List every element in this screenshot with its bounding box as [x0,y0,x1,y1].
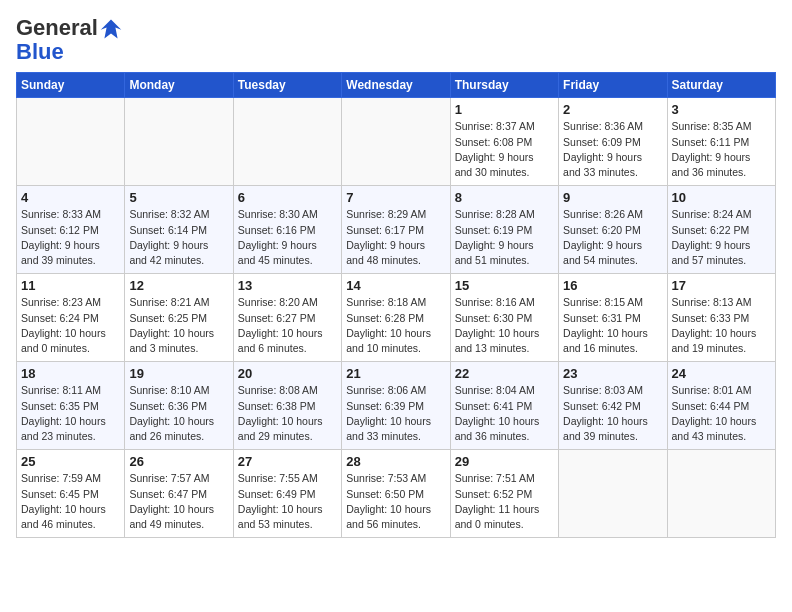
day-number: 21 [346,366,445,381]
calendar-cell: 27Sunrise: 7:55 AMSunset: 6:49 PMDayligh… [233,450,341,538]
calendar-cell: 5Sunrise: 8:32 AMSunset: 6:14 PMDaylight… [125,186,233,274]
calendar-cell: 3Sunrise: 8:35 AMSunset: 6:11 PMDaylight… [667,98,775,186]
calendar-cell: 24Sunrise: 8:01 AMSunset: 6:44 PMDayligh… [667,362,775,450]
day-info: Sunrise: 8:37 AMSunset: 6:08 PMDaylight:… [455,119,554,180]
day-header-wednesday: Wednesday [342,73,450,98]
day-info: Sunrise: 8:03 AMSunset: 6:42 PMDaylight:… [563,383,662,444]
day-number: 1 [455,102,554,117]
day-number: 3 [672,102,771,117]
day-info: Sunrise: 7:55 AMSunset: 6:49 PMDaylight:… [238,471,337,532]
calendar-cell: 7Sunrise: 8:29 AMSunset: 6:17 PMDaylight… [342,186,450,274]
day-info: Sunrise: 8:32 AMSunset: 6:14 PMDaylight:… [129,207,228,268]
day-number: 16 [563,278,662,293]
calendar-cell: 25Sunrise: 7:59 AMSunset: 6:45 PMDayligh… [17,450,125,538]
day-number: 26 [129,454,228,469]
calendar-cell [559,450,667,538]
logo: GeneralBlue [16,16,122,64]
day-info: Sunrise: 7:51 AMSunset: 6:52 PMDaylight:… [455,471,554,532]
day-header-friday: Friday [559,73,667,98]
calendar-cell: 14Sunrise: 8:18 AMSunset: 6:28 PMDayligh… [342,274,450,362]
calendar-cell: 21Sunrise: 8:06 AMSunset: 6:39 PMDayligh… [342,362,450,450]
calendar-cell [125,98,233,186]
day-info: Sunrise: 8:11 AMSunset: 6:35 PMDaylight:… [21,383,120,444]
day-number: 11 [21,278,120,293]
day-info: Sunrise: 8:01 AMSunset: 6:44 PMDaylight:… [672,383,771,444]
day-number: 23 [563,366,662,381]
page-header: GeneralBlue [16,16,776,64]
calendar-cell: 23Sunrise: 8:03 AMSunset: 6:42 PMDayligh… [559,362,667,450]
day-info: Sunrise: 8:29 AMSunset: 6:17 PMDaylight:… [346,207,445,268]
day-number: 25 [21,454,120,469]
day-info: Sunrise: 8:18 AMSunset: 6:28 PMDaylight:… [346,295,445,356]
day-info: Sunrise: 8:35 AMSunset: 6:11 PMDaylight:… [672,119,771,180]
day-info: Sunrise: 8:20 AMSunset: 6:27 PMDaylight:… [238,295,337,356]
svg-marker-0 [101,20,122,39]
calendar-cell: 6Sunrise: 8:30 AMSunset: 6:16 PMDaylight… [233,186,341,274]
day-number: 19 [129,366,228,381]
day-number: 27 [238,454,337,469]
day-number: 8 [455,190,554,205]
calendar-cell: 15Sunrise: 8:16 AMSunset: 6:30 PMDayligh… [450,274,558,362]
day-number: 29 [455,454,554,469]
day-number: 13 [238,278,337,293]
day-info: Sunrise: 8:13 AMSunset: 6:33 PMDaylight:… [672,295,771,356]
day-number: 24 [672,366,771,381]
day-number: 4 [21,190,120,205]
day-header-sunday: Sunday [17,73,125,98]
calendar-cell: 17Sunrise: 8:13 AMSunset: 6:33 PMDayligh… [667,274,775,362]
day-info: Sunrise: 7:53 AMSunset: 6:50 PMDaylight:… [346,471,445,532]
calendar-cell: 20Sunrise: 8:08 AMSunset: 6:38 PMDayligh… [233,362,341,450]
calendar-cell: 11Sunrise: 8:23 AMSunset: 6:24 PMDayligh… [17,274,125,362]
day-number: 15 [455,278,554,293]
day-header-thursday: Thursday [450,73,558,98]
day-number: 12 [129,278,228,293]
day-info: Sunrise: 8:10 AMSunset: 6:36 PMDaylight:… [129,383,228,444]
day-info: Sunrise: 8:26 AMSunset: 6:20 PMDaylight:… [563,207,662,268]
calendar-cell: 26Sunrise: 7:57 AMSunset: 6:47 PMDayligh… [125,450,233,538]
day-number: 22 [455,366,554,381]
day-number: 7 [346,190,445,205]
day-info: Sunrise: 8:08 AMSunset: 6:38 PMDaylight:… [238,383,337,444]
day-number: 28 [346,454,445,469]
calendar-cell: 13Sunrise: 8:20 AMSunset: 6:27 PMDayligh… [233,274,341,362]
logo-bird-icon [100,18,122,40]
day-info: Sunrise: 8:30 AMSunset: 6:16 PMDaylight:… [238,207,337,268]
logo-text: GeneralBlue [16,16,122,64]
day-number: 14 [346,278,445,293]
day-header-saturday: Saturday [667,73,775,98]
calendar-cell: 19Sunrise: 8:10 AMSunset: 6:36 PMDayligh… [125,362,233,450]
day-number: 6 [238,190,337,205]
day-info: Sunrise: 8:33 AMSunset: 6:12 PMDaylight:… [21,207,120,268]
day-info: Sunrise: 8:06 AMSunset: 6:39 PMDaylight:… [346,383,445,444]
calendar-cell: 4Sunrise: 8:33 AMSunset: 6:12 PMDaylight… [17,186,125,274]
day-info: Sunrise: 8:36 AMSunset: 6:09 PMDaylight:… [563,119,662,180]
calendar-cell [233,98,341,186]
day-info: Sunrise: 7:59 AMSunset: 6:45 PMDaylight:… [21,471,120,532]
calendar-cell: 9Sunrise: 8:26 AMSunset: 6:20 PMDaylight… [559,186,667,274]
day-number: 9 [563,190,662,205]
calendar-cell: 16Sunrise: 8:15 AMSunset: 6:31 PMDayligh… [559,274,667,362]
day-info: Sunrise: 8:15 AMSunset: 6:31 PMDaylight:… [563,295,662,356]
calendar-cell: 29Sunrise: 7:51 AMSunset: 6:52 PMDayligh… [450,450,558,538]
day-number: 20 [238,366,337,381]
calendar-cell: 18Sunrise: 8:11 AMSunset: 6:35 PMDayligh… [17,362,125,450]
day-info: Sunrise: 8:28 AMSunset: 6:19 PMDaylight:… [455,207,554,268]
day-header-monday: Monday [125,73,233,98]
day-info: Sunrise: 8:04 AMSunset: 6:41 PMDaylight:… [455,383,554,444]
day-info: Sunrise: 8:23 AMSunset: 6:24 PMDaylight:… [21,295,120,356]
day-number: 2 [563,102,662,117]
day-info: Sunrise: 8:16 AMSunset: 6:30 PMDaylight:… [455,295,554,356]
calendar-cell: 8Sunrise: 8:28 AMSunset: 6:19 PMDaylight… [450,186,558,274]
calendar-cell: 22Sunrise: 8:04 AMSunset: 6:41 PMDayligh… [450,362,558,450]
calendar-cell: 28Sunrise: 7:53 AMSunset: 6:50 PMDayligh… [342,450,450,538]
calendar-cell: 1Sunrise: 8:37 AMSunset: 6:08 PMDaylight… [450,98,558,186]
day-number: 17 [672,278,771,293]
calendar-cell [17,98,125,186]
day-info: Sunrise: 7:57 AMSunset: 6:47 PMDaylight:… [129,471,228,532]
calendar-cell: 12Sunrise: 8:21 AMSunset: 6:25 PMDayligh… [125,274,233,362]
calendar-cell: 2Sunrise: 8:36 AMSunset: 6:09 PMDaylight… [559,98,667,186]
day-info: Sunrise: 8:24 AMSunset: 6:22 PMDaylight:… [672,207,771,268]
calendar-cell: 10Sunrise: 8:24 AMSunset: 6:22 PMDayligh… [667,186,775,274]
day-number: 18 [21,366,120,381]
calendar-cell [342,98,450,186]
